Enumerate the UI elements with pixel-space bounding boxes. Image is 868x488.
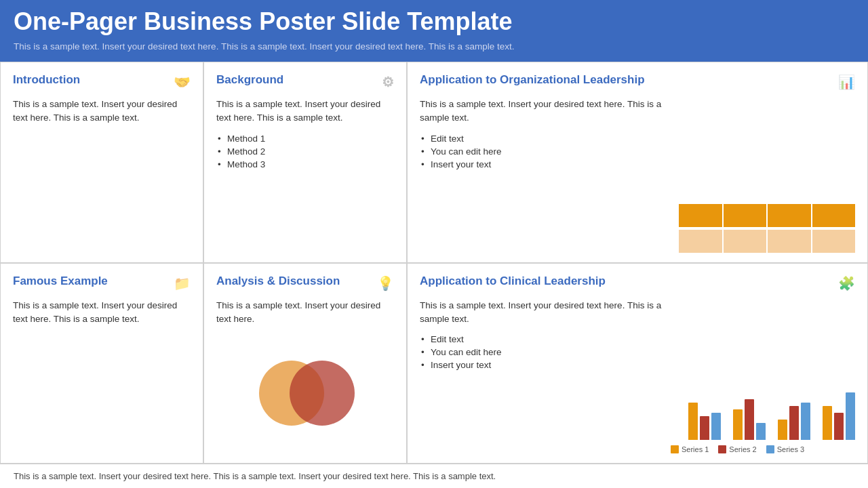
clinical-leadership-cell: Application to Clinical Leadership This … (407, 263, 868, 464)
bar-seg (812, 230, 856, 253)
slide-subtitle: This is a sample text. Insert your desir… (14, 41, 854, 53)
gear-icon (382, 73, 394, 91)
bar-seg (812, 204, 856, 227)
bar-item (823, 406, 832, 440)
clinical-left: This is a sample text. Insert your desir… (420, 299, 665, 453)
list-item[interactable]: You can edit here (420, 145, 679, 158)
background-body[interactable]: This is a sample text. Insert your desir… (216, 98, 394, 125)
introduction-title: Introduction (13, 73, 168, 87)
analysis-title-row: Analysis & Discussion (216, 274, 394, 292)
famous-example-title: Famous Example (13, 274, 168, 288)
org-leadership-cell: Application to Organizational Leadership… (407, 62, 868, 262)
bar-item (789, 406, 799, 440)
clinical-content: This is a sample text. Insert your desir… (420, 299, 855, 453)
background-cell: Background This is a sample text. Insert… (203, 62, 407, 262)
legend-label: Series 1 (682, 445, 709, 453)
bar-item (733, 409, 743, 440)
bar-seg (724, 230, 767, 253)
bar-item (846, 392, 855, 440)
bar-row-bot (679, 230, 855, 253)
slide-title: One-Pager Business Poster Slide Template (14, 8, 854, 35)
analysis-title: Analysis & Discussion (216, 274, 372, 288)
list-item[interactable]: Method 1 (216, 132, 394, 145)
list-item[interactable]: Insert your text (420, 158, 679, 171)
bar-item (688, 403, 698, 440)
background-title: Background (216, 73, 376, 87)
org-leadership-body[interactable]: This is a sample text. Insert your desir… (420, 98, 679, 125)
footer-text: This is a sample text. Insert your desir… (14, 471, 496, 481)
clinical-leadership-title-row: Application to Clinical Leadership (420, 274, 855, 292)
bar-seg (679, 204, 722, 227)
list-item[interactable]: Method 3 (216, 158, 394, 171)
svg-point-1 (290, 361, 355, 426)
venn-diagram-container (216, 333, 394, 453)
bar-seg (679, 230, 722, 253)
footer: This is a sample text. Insert your desir… (0, 464, 868, 488)
list-item[interactable]: Insert your text (420, 359, 665, 371)
introduction-title-row: Introduction (13, 73, 191, 91)
list-item[interactable]: Method 2 (216, 145, 394, 158)
legend-label: Series 2 (729, 445, 756, 453)
legend-label: Series 3 (777, 445, 804, 453)
bar-item (711, 413, 721, 440)
org-right (679, 98, 855, 252)
legend-item: Series 3 (766, 445, 804, 453)
list-item[interactable]: Edit text (420, 333, 665, 346)
legend-dot (671, 445, 679, 453)
background-title-row: Background (216, 73, 394, 91)
folder-icon (174, 274, 191, 292)
org-leadership-list: Edit text You can edit here Insert your … (420, 132, 679, 171)
bar-row-top (679, 204, 855, 227)
analysis-body[interactable]: This is a sample text. Insert your desir… (216, 299, 394, 327)
bar-group (823, 392, 855, 440)
bar-seg (724, 204, 767, 227)
org-left: This is a sample text. Insert your desir… (420, 98, 679, 252)
chart-legend: Series 1Series 2Series 3 (671, 445, 855, 453)
clinical-leadership-title: Application to Clinical Leadership (420, 274, 833, 288)
background-list: Method 1 Method 2 Method 3 (216, 132, 394, 171)
header: One-Pager Business Poster Slide Template… (0, 0, 868, 62)
clinical-leadership-list: Edit text You can edit here Insert your … (420, 333, 665, 371)
list-item[interactable]: Edit text (420, 132, 679, 145)
famous-example-body[interactable]: This is a sample text. Insert your desir… (13, 299, 191, 327)
clinical-leadership-body[interactable]: This is a sample text. Insert your desir… (420, 299, 665, 327)
handshake-icon (174, 73, 191, 91)
bulb-icon (377, 274, 394, 292)
org-leadership-title-row: Application to Organizational Leadership (420, 73, 855, 91)
analysis-cell: Analysis & Discussion This is a sample t… (203, 263, 407, 464)
legend-item: Series 2 (718, 445, 756, 453)
bar-item (801, 403, 810, 440)
bar-group (688, 403, 721, 440)
bar-item (834, 413, 844, 440)
bar-group (733, 399, 766, 440)
org-leadership-content: This is a sample text. Insert your desir… (420, 98, 855, 252)
main-grid: Introduction This is a sample text. Inse… (0, 62, 868, 464)
slide: One-Pager Business Poster Slide Template… (0, 0, 868, 488)
org-leadership-title: Application to Organizational Leadership (420, 73, 833, 87)
puzzle-icon (838, 274, 855, 292)
barchart-icon (838, 73, 855, 91)
list-item[interactable]: You can edit here (420, 346, 665, 359)
venn-diagram (237, 356, 373, 430)
clinical-bar-chart (688, 388, 855, 443)
bar-item (756, 423, 766, 440)
org-bar-chart (679, 204, 855, 253)
legend-dot (766, 445, 774, 453)
legend-item: Series 1 (671, 445, 709, 453)
bar-seg (768, 204, 811, 227)
introduction-body[interactable]: This is a sample text. Insert your desir… (13, 98, 191, 125)
bar-seg (768, 230, 811, 253)
legend-dot (718, 445, 726, 453)
famous-example-title-row: Famous Example (13, 274, 191, 292)
bar-item (778, 420, 787, 440)
clinical-chart-area: Series 1Series 2Series 3 (665, 299, 855, 453)
bar-item (745, 399, 754, 440)
bar-item (700, 416, 709, 440)
bar-group (778, 403, 810, 440)
introduction-cell: Introduction This is a sample text. Inse… (0, 62, 203, 262)
famous-example-cell: Famous Example This is a sample text. In… (0, 263, 203, 464)
